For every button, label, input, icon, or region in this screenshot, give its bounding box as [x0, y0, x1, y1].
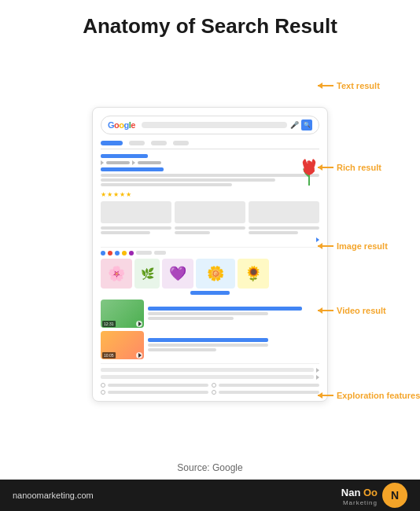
star-4: ★ [120, 191, 125, 198]
breadcrumb-1 [106, 161, 130, 164]
video-sub-bar-3 [148, 344, 268, 347]
diagram-area: Google 🎤 🔍 [0, 46, 420, 458]
footer-brand: Nan Oo Marketing N [341, 483, 407, 508]
video-info-2 [148, 331, 319, 359]
video-cards-row: 12:31 [101, 300, 319, 328]
rich-card-arrow-row [249, 237, 319, 242]
nav-tabs [101, 141, 319, 149]
filter-dot-red [108, 251, 112, 256]
nav-tab-3 [173, 141, 189, 145]
exploration-features-label: Exploration features [337, 391, 420, 400]
footer-logo-text: Nan Oo Marketing [341, 485, 378, 506]
video-info-1 [148, 300, 319, 328]
star-5: ★ [126, 191, 131, 198]
footer-website: nanoomarketing.com [13, 491, 94, 500]
image-view-more-button [190, 291, 230, 295]
image-more-row [101, 291, 319, 295]
video-result-label-item: Video result [318, 306, 386, 315]
search-bar: Google 🎤 🔍 [101, 116, 319, 134]
exp-search-icon-1 [101, 383, 105, 388]
filter-dot-blue [101, 251, 105, 256]
exp-search-right-1 [212, 383, 319, 388]
rich-card-1 [101, 201, 171, 234]
rich-card-img-1 [101, 201, 171, 223]
exploration-arrow-icon [318, 395, 333, 396]
rich-card-line-5 [249, 226, 319, 230]
title-section: Anatomy of Search Result [0, 0, 420, 46]
video-title-bar-1 [148, 307, 302, 311]
image-result-arrow-icon [318, 245, 333, 247]
exp-search-bar-1 [108, 384, 208, 387]
exp-chevron-rows [101, 368, 319, 380]
text-result-section [101, 154, 319, 186]
exp-row-2 [101, 375, 319, 380]
video-thumb-2: 10:05 [101, 331, 144, 359]
exp-search-icon-4 [212, 390, 216, 395]
breadcrumb-2 [138, 161, 161, 164]
exp-bar-1 [101, 368, 314, 372]
image-thumb-1: 🌸 [101, 259, 132, 289]
filter-pill-1 [136, 251, 152, 255]
video-duration-2: 10:05 [102, 352, 116, 358]
exp-search-right-2 [212, 390, 319, 395]
search-button-mock: 🔍 [301, 119, 312, 131]
rich-result-arrow-icon [318, 167, 333, 168]
video-result-label: Video result [337, 306, 386, 315]
image-thumb-2: 🌿 [134, 259, 160, 289]
image-thumb-4: 🌼 [196, 259, 235, 289]
star-2: ★ [107, 191, 112, 198]
mic-icon: 🎤 [290, 121, 299, 129]
exp-search-bar-4 [219, 391, 319, 394]
video-thumb-1: 12:31 [101, 300, 144, 328]
tr-desc-2 [101, 178, 275, 182]
filter-dot-purple [129, 251, 134, 256]
text-result-arrow-icon [318, 85, 333, 86]
footer-logo-circle: N [382, 483, 407, 508]
rich-result-label: Rich result [337, 163, 381, 172]
rich-card-img-2 [175, 201, 245, 223]
play-triangle-2 [138, 353, 142, 358]
source-text: Source: Google [177, 462, 242, 473]
image-result-label-item: Image result [318, 241, 388, 251]
exp-bar-2 [101, 375, 314, 379]
video-duration-1: 12:31 [102, 321, 116, 327]
video-result-section: 12:31 10:05 [101, 300, 319, 359]
tr-url-line [101, 154, 148, 158]
breadcrumb-arrow-icon-2 [132, 160, 135, 165]
search-icons: 🎤 🔍 [290, 119, 312, 131]
filter-dot-blue-2 [115, 251, 120, 256]
flower-emoji-5: 🌻 [245, 265, 262, 282]
video-title-bar-2 [148, 338, 268, 342]
footer-marketing: Marketing [343, 499, 378, 506]
image-filter-row [101, 251, 319, 256]
tr-desc-3 [101, 183, 232, 186]
rich-result-section: ★ ★ ★ ★ ★ [101, 191, 319, 242]
rich-card-line-2 [101, 231, 150, 234]
rich-cards-row [101, 201, 319, 242]
video-result-arrow-icon [318, 310, 333, 311]
exp-search-icon-3 [101, 390, 105, 395]
image-result-label: Image result [337, 241, 388, 251]
stars-row: ★ ★ ★ ★ ★ [101, 191, 319, 198]
flower-emoji-1: 🌸 [108, 265, 125, 282]
video-sub-bar-4 [148, 348, 216, 351]
text-result-label-item: Text result [318, 81, 380, 90]
google-logo: Google [108, 120, 135, 130]
tr-title-line [101, 167, 164, 171]
exp-search-left-1 [101, 383, 208, 388]
star-1: ★ [101, 191, 106, 198]
image-thumb-5: 🌻 [238, 259, 269, 289]
exp-search-icon-2 [212, 383, 216, 388]
image-result-section: 🌸 🌿 💜 🌼 🌻 [101, 247, 319, 295]
flower-emoji-4: 🌼 [207, 265, 224, 282]
rich-card-line-3 [175, 226, 245, 230]
footer: nanoomarketing.com Nan Oo Marketing N [0, 480, 420, 511]
main-container: Anatomy of Search Result Google 🎤 🔍 [0, 0, 420, 511]
rich-card-img-3 [249, 201, 319, 223]
rich-result-label-item: Rich result [318, 163, 381, 172]
exp-row-1 [101, 368, 319, 373]
footer-brand-name-row: Nan Oo [341, 485, 378, 499]
flower-emoji-2: 🌿 [141, 267, 154, 280]
text-result-label: Text result [337, 81, 380, 90]
video-sub-bar-1 [148, 312, 268, 315]
